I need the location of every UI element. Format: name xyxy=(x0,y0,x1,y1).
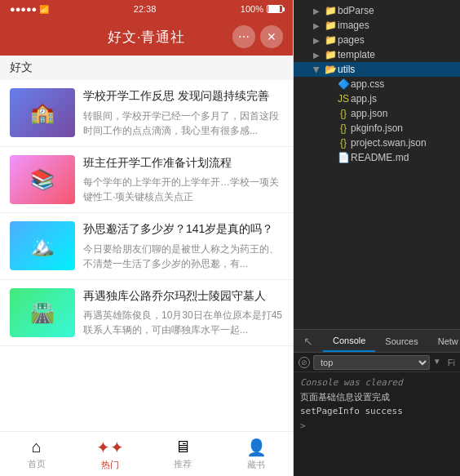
cursor-icon: ↖ xyxy=(294,330,323,352)
tree-label: template xyxy=(338,49,460,60)
header-actions: ⋯ ✕ xyxy=(232,25,283,48)
app-title: 好文·青通社 xyxy=(108,28,186,47)
tree-label: README.md xyxy=(351,152,460,163)
tree-item-project-json[interactable]: {} project.swan.json xyxy=(294,136,460,150)
nav-item-recommend[interactable]: 🖥 推荐 xyxy=(147,438,220,470)
tab-sources[interactable]: Sources xyxy=(375,330,427,352)
ide-panel: ▶ 📁 bdParse ▶ 📁 images ▶ 📁 pages ▶ 📁 tem… xyxy=(294,0,460,476)
status-right: 100% xyxy=(241,4,283,14)
clear-console-button[interactable]: ⊘ xyxy=(299,357,310,368)
tree-label: pages xyxy=(338,34,460,46)
nav-label-collection: 藏书 xyxy=(247,459,265,471)
tree-label: app.js xyxy=(351,93,460,105)
article-title: 孙思邈活了多少岁？141岁是真的吗？ xyxy=(83,221,283,238)
tree-item-app-json[interactable]: {} app.json xyxy=(294,106,460,121)
tree-label: bdParse xyxy=(338,5,460,16)
console-line: setPageInfo success xyxy=(300,404,453,419)
tree-item-pkginfo-json[interactable]: {} pkginfo.json xyxy=(294,121,460,136)
tree-item-app-js[interactable]: JS app.js xyxy=(294,91,460,106)
list-item[interactable]: 孙思邈活了多少岁？141岁是真的吗？ 今日要给朋友们聊的是被世人称之为药王的、不… xyxy=(0,213,293,280)
article-thumbnail xyxy=(10,155,75,204)
console-line: Console was cleared xyxy=(300,376,453,390)
nav-label-recommend: 推荐 xyxy=(174,458,192,470)
css-file-icon: 🔷 xyxy=(336,78,351,90)
file-tree[interactable]: ▶ 📁 bdParse ▶ 📁 images ▶ 📁 pages ▶ 📁 tem… xyxy=(294,0,460,329)
signal-dots: ●●●●● xyxy=(10,4,37,14)
home-icon: ⌂ xyxy=(32,438,42,456)
folder-icon: 📁 xyxy=(323,5,338,16)
tree-item-bdparse[interactable]: ▶ 📁 bdParse xyxy=(294,3,460,18)
console-area: ↖ Console Sources Netw ⊘ top ▼ Fi Consol… xyxy=(294,329,460,476)
tree-label: app.json xyxy=(351,108,460,119)
article-desc: 再遇英雄陈俊良，10月30日在单位原本是打45联系人车辆的，可由哪独库水平一起.… xyxy=(83,308,283,337)
tree-label: project.swan.json xyxy=(351,137,460,149)
article-desc: 每个学年的上学年开的上学年开…学校一项关键性工·项关键核点关点正 xyxy=(83,175,283,204)
nav-item-home[interactable]: ⌂ 首页 xyxy=(0,438,73,470)
folder-arrow-icon: ▶ xyxy=(310,51,323,60)
list-item[interactable]: 班主任开学工作准备计划流程 每个学年的上学年开的上学年开…学校一项关键性工·项关… xyxy=(0,147,293,214)
tree-item-app-css[interactable]: 🔷 app.css xyxy=(294,77,460,91)
tree-item-template[interactable]: ▶ 📁 template xyxy=(294,47,460,62)
nav-item-hot[interactable]: ✦✦ 热门 xyxy=(73,438,147,471)
section-label: 好文 xyxy=(0,56,293,80)
close-icon: ✕ xyxy=(267,30,276,43)
mobile-simulator: ●●●●● 📶 22:38 100% 好文·青通社 ⋯ ✕ 好文 xyxy=(0,0,294,476)
nav-item-collection[interactable]: 👤 藏书 xyxy=(219,438,293,471)
nav-label-home: 首页 xyxy=(28,458,46,470)
tree-label: images xyxy=(338,20,460,31)
tab-network[interactable]: Netw xyxy=(428,330,460,352)
article-content: 学校开学工作反思 发现问题持续完善 转眼间，学校开学已经一个多月了，因首这段时间… xyxy=(83,88,283,138)
article-list[interactable]: 学校开学工作反思 发现问题持续完善 转眼间，学校开学已经一个多月了，因首这段时间… xyxy=(0,80,293,431)
article-desc: 转眼间，学校开学已经一个多月了，因首这段时间工作的点点滴滴，我心里有很多感... xyxy=(83,109,283,138)
tab-console[interactable]: Console xyxy=(323,330,375,352)
js-file-icon: JS xyxy=(336,93,351,105)
recommend-icon: 🖥 xyxy=(175,438,191,456)
article-thumbnail xyxy=(10,221,75,270)
console-tabs: ↖ Console Sources Netw xyxy=(294,330,460,353)
close-button[interactable]: ✕ xyxy=(260,25,283,48)
hot-icon: ✦✦ xyxy=(96,438,124,457)
tree-label: app.css xyxy=(351,78,460,90)
filter-label: Fi xyxy=(448,358,455,367)
folder-arrow-icon: ▶ xyxy=(310,7,323,16)
nav-label-hot: 热门 xyxy=(101,459,119,471)
list-item[interactable]: 再遇独库公路乔尔玛烈士陵园守墓人 再遇英雄陈俊良，10月30日在单位原本是打45… xyxy=(0,280,293,347)
status-bar: ●●●●● 📶 22:38 100% xyxy=(0,0,293,18)
tree-item-pages[interactable]: ▶ 📁 pages xyxy=(294,33,460,47)
folder-arrow-icon: ▶ xyxy=(310,21,323,30)
md-file-icon: 📄 xyxy=(336,152,351,163)
folder-icon: 📁 xyxy=(323,34,338,46)
folder-arrow-open-icon: ▶ xyxy=(312,63,321,76)
console-output: Console was cleared 页面基础信息设置完成 setPageIn… xyxy=(294,372,460,476)
tree-item-utils[interactable]: ▶ 📂 utils xyxy=(294,62,460,77)
article-title: 学校开学工作反思 发现问题持续完善 xyxy=(83,88,283,105)
tree-label: pkginfo.json xyxy=(351,122,460,134)
status-time: 22:38 xyxy=(134,4,157,14)
console-prompt: > xyxy=(300,420,453,431)
console-line: 页面基础信息设置完成 xyxy=(300,390,453,405)
json-file-icon: {} xyxy=(336,122,351,134)
filter-icon: ▼ xyxy=(433,357,445,368)
menu-button[interactable]: ⋯ xyxy=(232,25,255,48)
console-toolbar: ⊘ top ▼ Fi xyxy=(294,353,460,372)
context-select[interactable]: top xyxy=(313,355,430,370)
status-left: ●●●●● 📶 xyxy=(10,4,49,14)
bottom-nav: ⌂ 首页 ✦✦ 热门 🖥 推荐 👤 藏书 xyxy=(0,431,293,476)
tree-item-readme[interactable]: 📄 README.md xyxy=(294,150,460,165)
article-content: 班主任开学工作准备计划流程 每个学年的上学年开的上学年开…学校一项关键性工·项关… xyxy=(83,155,283,205)
folder-open-icon: 📂 xyxy=(323,64,338,75)
folder-icon: 📁 xyxy=(323,20,338,31)
article-thumbnail xyxy=(10,288,75,337)
tree-label: utils xyxy=(338,64,460,75)
tree-item-images[interactable]: ▶ 📁 images xyxy=(294,18,460,33)
article-desc: 今日要给朋友们聊的是被世人称之为药王的、不清楚一生活了多少岁的孙思邈，有... xyxy=(83,242,283,271)
article-content: 孙思邈活了多少岁？141岁是真的吗？ 今日要给朋友们聊的是被世人称之为药王的、不… xyxy=(83,221,283,271)
json-file-icon: {} xyxy=(336,137,351,149)
article-title: 再遇独库公路乔尔玛烈士陵园守墓人 xyxy=(83,288,283,305)
battery-text: 100% xyxy=(241,4,263,14)
folder-arrow-icon: ▶ xyxy=(310,36,323,45)
json-file-icon: {} xyxy=(336,108,351,119)
list-item[interactable]: 学校开学工作反思 发现问题持续完善 转眼间，学校开学已经一个多月了，因首这段时间… xyxy=(0,80,293,147)
app-header: 好文·青通社 ⋯ ✕ xyxy=(0,18,293,56)
article-thumbnail xyxy=(10,88,75,137)
